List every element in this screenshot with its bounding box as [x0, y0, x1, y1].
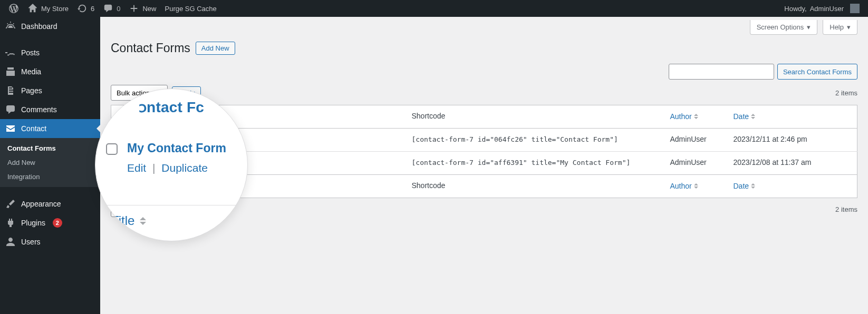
envelope-icon	[5, 123, 16, 134]
help-toggle[interactable]: Help ▾	[823, 20, 857, 35]
search-button[interactable]: Search Contact Forms	[777, 64, 857, 80]
sidebar-item-contact[interactable]: Contact	[0, 119, 100, 138]
sidebar-item-label: Media	[21, 67, 41, 76]
zoom-edit-link[interactable]: Edit	[127, 162, 146, 174]
site-name-link[interactable]: My Store	[23, 0, 73, 17]
submenu-contact: Contact Forms Add New Integration	[0, 138, 100, 187]
page-title: Contact Forms	[111, 41, 190, 55]
sidebar-item-label: Contact	[21, 124, 46, 133]
purge-cache-link[interactable]: Purge SG Cache	[161, 0, 221, 17]
chevron-down-icon: ▾	[847, 23, 851, 31]
sidebar-item-comments[interactable]: Comments	[0, 100, 100, 119]
row-author: AdminUser	[665, 129, 728, 152]
row-date: 2023/12/11 at 2:46 pm	[728, 129, 857, 152]
search-input[interactable]	[669, 64, 774, 80]
sidebar-item-appearance[interactable]: Appearance	[0, 194, 100, 213]
sort-icon	[751, 181, 755, 191]
sidebar-item-label: Posts	[21, 48, 40, 57]
pages-icon	[5, 85, 16, 96]
plug-icon	[5, 218, 16, 228]
sidebar-item-label: Users	[21, 238, 41, 246]
sidebar-item-pages[interactable]: Pages	[0, 81, 100, 100]
add-new-button[interactable]: Add New	[196, 42, 235, 55]
zoom-action-separator: |	[152, 162, 155, 174]
sidebar-item-media[interactable]: Media	[0, 62, 100, 81]
brush-icon	[5, 199, 16, 209]
admin-bar: My Store 6 0 New Purge SG Cache Howdy, A…	[0, 0, 868, 17]
updates-link[interactable]: 6	[73, 0, 99, 17]
home-icon	[27, 3, 38, 14]
shortcode-column-header: Shortcode	[407, 105, 665, 129]
site-name: My Store	[41, 5, 69, 13]
author-column-footer[interactable]: Author	[670, 181, 698, 191]
updates-count: 6	[91, 5, 94, 13]
zoom-row-checkbox[interactable]	[106, 143, 118, 155]
sidebar-item-label: Comments	[21, 105, 57, 114]
updates-icon	[77, 3, 88, 14]
sort-icon	[694, 112, 698, 121]
admin-sidebar: Dashboard Posts Media Pages Comments Con…	[0, 17, 100, 314]
zoom-lens-overlay: ɔntact Fc My Contact Form Edit | Duplica…	[95, 89, 248, 241]
comments-count: 0	[117, 5, 120, 13]
date-column-header[interactable]: Date	[734, 112, 756, 121]
row-author: AdminUser	[665, 152, 728, 175]
row-date: 2023/12/08 at 11:37 am	[728, 152, 857, 175]
zoom-title-fragment: ɔntact Fc	[139, 99, 204, 115]
howdy-prefix: Howdy,	[784, 5, 806, 13]
comments-link[interactable]: 0	[99, 0, 124, 17]
zoom-row-title-link[interactable]: My Contact Form	[127, 141, 226, 155]
comments-icon	[5, 104, 16, 115]
items-count-bottom: 2 items	[835, 205, 857, 213]
zoom-duplicate-link[interactable]: Duplicate	[161, 162, 208, 174]
purge-cache-label: Purge SG Cache	[165, 5, 217, 13]
row-shortcode: [contact-form-7 id="064fc26" title="Cont…	[412, 135, 618, 143]
shortcode-column-footer: Shortcode	[407, 175, 665, 198]
sidebar-item-label: Dashboard	[21, 22, 57, 31]
sidebar-item-users[interactable]: Users	[0, 232, 100, 251]
comments-icon	[103, 3, 113, 14]
sidebar-item-plugins[interactable]: Plugins 2	[0, 213, 100, 232]
author-column-header[interactable]: Author	[670, 112, 698, 121]
user-icon	[5, 237, 16, 247]
wp-logo[interactable]	[4, 0, 23, 17]
sort-icon	[694, 181, 698, 191]
submenu-item-add-new[interactable]: Add New	[0, 155, 100, 170]
sort-icon	[140, 214, 146, 228]
submenu-item-integration[interactable]: Integration	[0, 170, 100, 184]
media-icon	[5, 66, 16, 77]
plus-icon	[129, 3, 139, 14]
chevron-down-icon: ▾	[807, 23, 811, 31]
new-content-link[interactable]: New	[124, 0, 160, 17]
sidebar-item-dashboard[interactable]: Dashboard	[0, 17, 100, 36]
wordpress-icon	[8, 3, 19, 14]
dashboard-icon	[5, 21, 16, 32]
submenu-item-contact-forms[interactable]: Contact Forms	[0, 141, 100, 155]
account-username: AdminUser	[810, 5, 844, 13]
sidebar-item-label: Pages	[21, 86, 42, 95]
plugins-update-badge: 2	[53, 218, 62, 228]
account-link[interactable]: Howdy, AdminUser	[780, 0, 864, 17]
pin-icon	[5, 47, 16, 58]
new-content-label: New	[142, 5, 156, 13]
sort-icon	[751, 112, 755, 121]
screen-options-toggle[interactable]: Screen Options ▾	[750, 20, 818, 35]
items-count-top: 2 items	[835, 89, 857, 97]
date-column-footer[interactable]: Date	[734, 181, 756, 191]
avatar	[850, 4, 860, 13]
sidebar-item-posts[interactable]: Posts	[0, 43, 100, 62]
sidebar-item-label: Appearance	[21, 200, 61, 208]
sidebar-item-label: Plugins	[21, 219, 45, 227]
row-shortcode: [contact-form-7 id="aff6391" title="My C…	[412, 159, 631, 166]
